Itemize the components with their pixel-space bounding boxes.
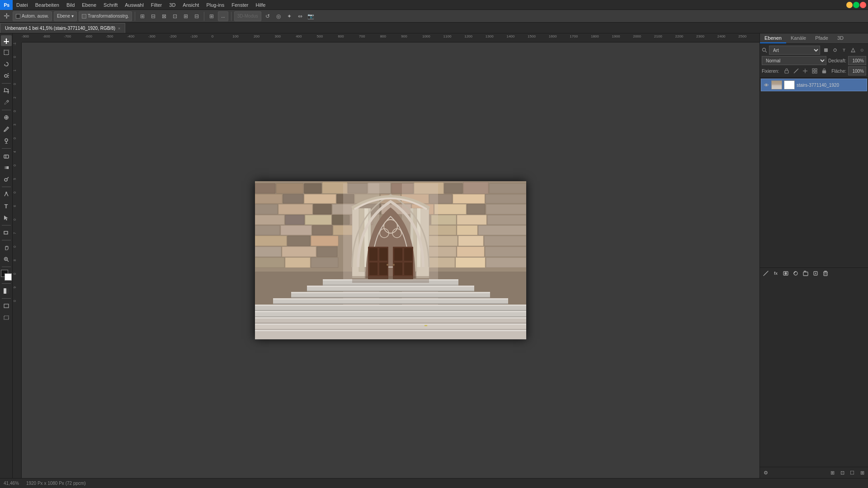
menu-datei[interactable]: Datei xyxy=(13,0,32,10)
layer-filter-text-icon[interactable]: T xyxy=(840,46,848,54)
screen-mode-button[interactable] xyxy=(1,300,12,311)
layer-group-button[interactable] xyxy=(802,269,810,277)
refresh-icon[interactable]: ↺ xyxy=(263,12,272,21)
more-options-label: ... xyxy=(221,14,225,19)
layer-filter-pixel-icon[interactable] xyxy=(822,46,830,54)
layer-fx-button[interactable]: fx xyxy=(772,269,780,277)
menu-3d[interactable]: 3D xyxy=(165,0,179,10)
target-icon[interactable]: ◎ xyxy=(274,12,283,21)
menu-schrift[interactable]: Schrift xyxy=(100,0,121,10)
tab-paths[interactable]: Pfade xyxy=(811,33,833,43)
arrows-icon[interactable]: ⇔ xyxy=(296,12,305,21)
layer-select-dropdown[interactable]: Ebene ▾ xyxy=(54,11,77,21)
path-selection-tool[interactable] xyxy=(1,212,12,223)
svg-rect-50 xyxy=(304,194,336,203)
background-color[interactable] xyxy=(5,273,12,281)
menu-filter[interactable]: Filter xyxy=(147,0,165,10)
svg-rect-81 xyxy=(457,225,477,235)
menu-fenster[interactable]: Fenster xyxy=(228,0,252,10)
layer-mask-button[interactable] xyxy=(782,269,790,277)
layer-link-button[interactable] xyxy=(762,269,770,277)
star-icon[interactable]: ✦ xyxy=(285,12,294,21)
menu-hilfe[interactable]: Hilfe xyxy=(252,0,269,10)
menu-ansicht[interactable]: Ansicht xyxy=(179,0,203,10)
align-right-icon[interactable]: ⊠ xyxy=(160,12,169,21)
align-top-icon[interactable]: ⊡ xyxy=(170,12,179,21)
eraser-tool[interactable] xyxy=(1,150,12,161)
svg-rect-32 xyxy=(6,288,9,294)
menu-plugins[interactable]: Plug-ins xyxy=(203,0,228,10)
layer-visibility-toggle[interactable] xyxy=(763,82,769,88)
close-button[interactable] xyxy=(860,2,866,8)
opacity-input[interactable] xyxy=(848,56,866,65)
menu-ebene[interactable]: Ebene xyxy=(78,0,100,10)
menu-bearbeiten[interactable]: Bearbeiten xyxy=(32,0,63,10)
hand-tool[interactable] xyxy=(1,242,12,253)
eyedropper-tool[interactable] xyxy=(1,97,12,108)
lock-transparent-button[interactable] xyxy=(783,67,790,75)
align-middle-icon[interactable]: ⊞ xyxy=(181,12,190,21)
clone-stamp-tool[interactable] xyxy=(1,136,12,146)
auto-select-checkbox[interactable]: Autom. ausw. xyxy=(13,11,52,21)
shape-tool[interactable] xyxy=(1,227,12,238)
layer-filter-adjust-icon[interactable] xyxy=(831,46,839,54)
layer-filter-toggle[interactable]: ⊙ xyxy=(858,46,866,54)
3d-mode-button[interactable]: 3D-Modus xyxy=(234,11,261,21)
menu-auswahl[interactable]: Auswahl xyxy=(121,0,147,10)
panel-window-icon[interactable]: ☐ xyxy=(848,469,856,477)
align-bottom-icon[interactable]: ⊟ xyxy=(192,12,201,21)
camera-icon[interactable]: 📷 xyxy=(307,12,316,21)
tab-3d[interactable]: 3D xyxy=(833,33,848,43)
lasso-tool[interactable] xyxy=(1,59,12,70)
delete-layer-button[interactable] xyxy=(821,269,830,277)
canvas-image[interactable] xyxy=(255,181,526,339)
gradient-tool[interactable] xyxy=(1,162,12,173)
lock-artboard-button[interactable] xyxy=(811,67,819,75)
align-left-icon[interactable]: ⊞ xyxy=(138,12,147,21)
svg-rect-38 xyxy=(276,183,303,193)
color-swatches[interactable] xyxy=(1,270,12,281)
dodge-tool[interactable] xyxy=(1,174,12,185)
spot-healing-brush[interactable] xyxy=(1,112,12,123)
layer-type-dropdown[interactable]: Art xyxy=(769,46,820,55)
crop-tool[interactable] xyxy=(1,85,12,96)
lock-position-button[interactable] xyxy=(802,67,809,75)
panel-expand-icon[interactable]: ⊞ xyxy=(858,469,866,477)
new-layer-button[interactable] xyxy=(811,269,820,277)
distribute-icon[interactable]: ⊞ xyxy=(207,12,216,21)
lock-all-button[interactable] xyxy=(820,67,828,75)
tab-close-button[interactable]: × xyxy=(118,26,120,31)
move-tool[interactable] xyxy=(1,35,12,46)
text-tool[interactable]: T xyxy=(1,201,12,211)
rectangular-marquee-tool[interactable] xyxy=(1,47,12,58)
zoom-tool[interactable] xyxy=(1,254,12,265)
canvas-container[interactable] xyxy=(22,42,760,478)
document-tab[interactable]: Unbenannt-1 bei 41,5% (stairs-3771140_19… xyxy=(0,23,125,33)
brush-tool[interactable] xyxy=(1,124,12,135)
more-options-button[interactable]: ... xyxy=(218,11,228,21)
panel-settings-icon[interactable]: ⚙ xyxy=(762,469,770,477)
fill-input[interactable] xyxy=(848,66,866,75)
move-tool-icon[interactable]: ✛ xyxy=(2,12,11,21)
panel-compare-icon[interactable]: ⊡ xyxy=(838,469,846,477)
layer-item[interactable]: stairs-3771140_1920 xyxy=(761,79,867,91)
maximize-button[interactable] xyxy=(853,2,859,8)
tab-channels[interactable]: Kanäle xyxy=(786,33,811,43)
quick-selection-tool[interactable] xyxy=(1,70,12,81)
align-center-h-icon[interactable]: ⊟ xyxy=(149,12,158,21)
svg-rect-85 xyxy=(311,236,338,246)
transform-checkbox[interactable]: Transformationsstrg. xyxy=(79,11,132,21)
menu-bild[interactable]: Bild xyxy=(63,0,78,10)
tab-layers[interactable]: Ebenen xyxy=(760,33,786,43)
extras-button[interactable] xyxy=(1,312,12,323)
blend-mode-dropdown[interactable]: Normal xyxy=(762,56,826,65)
search-icon xyxy=(762,47,767,53)
quick-mask-button[interactable] xyxy=(1,286,12,296)
panel-grid-icon[interactable]: ⊞ xyxy=(828,469,836,477)
pen-tool[interactable] xyxy=(1,189,12,200)
lock-image-button[interactable] xyxy=(792,67,800,75)
layer-adjustment-button[interactable] xyxy=(792,269,800,277)
minimize-button[interactable] xyxy=(846,2,853,8)
layer-filter-shape-icon[interactable] xyxy=(849,46,857,54)
svg-rect-88 xyxy=(484,236,526,246)
